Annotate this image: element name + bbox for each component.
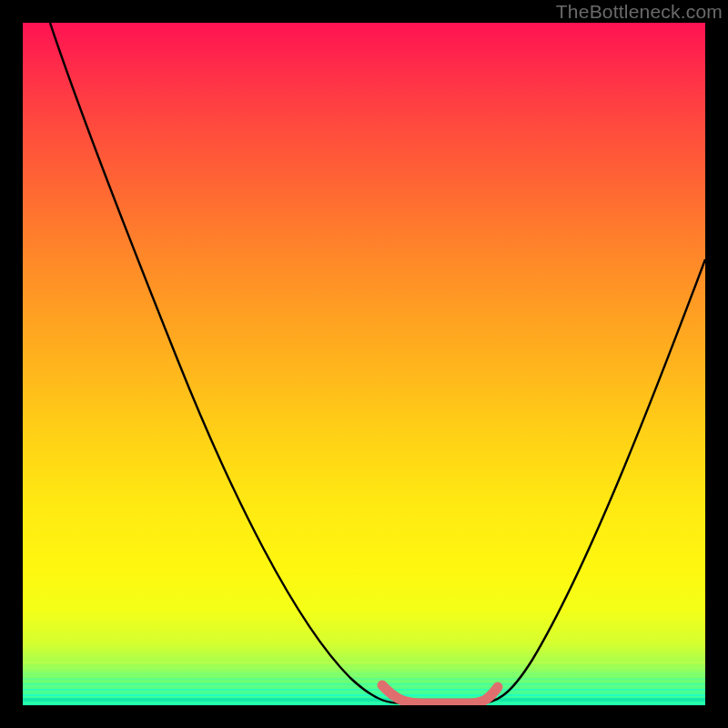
watermark-text: TheBottleneck.com: [556, 1, 723, 23]
bottleneck-curve: [50, 23, 705, 703]
chart-frame: TheBottleneck.com: [0, 0, 728, 728]
optimal-zone-highlight: [382, 685, 498, 703]
curve-svg: [23, 23, 705, 705]
plot-area: [23, 23, 705, 705]
